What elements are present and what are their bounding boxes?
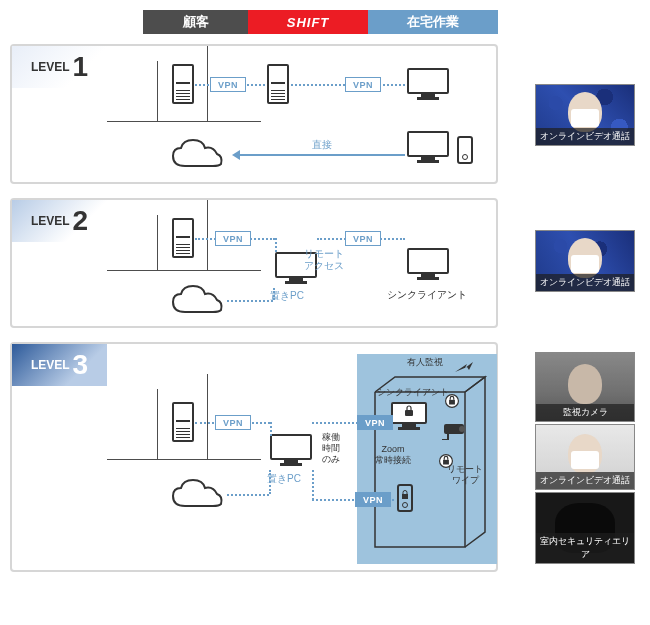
thumb-caption: オンラインビデオ通話: [536, 274, 634, 291]
cloud-icon: [167, 282, 227, 318]
phone-icon: [457, 136, 473, 164]
label-okipc: 置きPC: [270, 289, 304, 303]
level3-badge: LEVEL 3: [12, 344, 107, 386]
panel-level1: LEVEL 1 VPN VPN 直接: [10, 44, 498, 184]
thumb-surv-cam: 監視カメラ: [535, 352, 635, 422]
level-number: 1: [73, 51, 89, 83]
vpn-pill: VPN: [210, 77, 246, 92]
level-number: 2: [73, 205, 89, 237]
vpn-pill: VPN: [345, 77, 381, 92]
thumb-online-video: オンラインビデオ通話: [535, 84, 635, 146]
arrow-direct: [235, 154, 405, 156]
camera-icon: [442, 422, 472, 440]
label-working-hours: 稼働 時間 のみ: [322, 432, 340, 464]
monitor-icon: [407, 68, 449, 102]
divider: [207, 374, 208, 459]
divider: [157, 61, 158, 121]
ground-line: [107, 121, 261, 122]
svg-rect-7: [402, 494, 408, 499]
connector: [269, 470, 271, 494]
vpn-pill: VPN: [355, 492, 391, 507]
label-manned: 有人監視: [407, 356, 443, 369]
server-icon: [172, 64, 194, 104]
thumb-caption: オンラインビデオ通話: [536, 128, 634, 145]
vpn-pill: VPN: [215, 415, 251, 430]
panel-level2: LEVEL 2 VPN 置きPC VPN リモート アクセス シンクライアント: [10, 198, 498, 328]
arrow-icon: [455, 362, 473, 376]
level3-content: VPN 置きPC VPN 稼働 時間 のみ 有人監視 シンクライアント Zoom…: [107, 344, 496, 570]
lock-icon: [400, 489, 410, 499]
vpn-pill: VPN: [357, 415, 393, 430]
phone-lock-icon: [397, 484, 413, 512]
thumb-caption: 室内セキュリティエリア: [536, 533, 634, 563]
panel-level3: LEVEL 3 VPN 置きPC VPN 稼働 時間 のみ 有人監視 シンクライ…: [10, 342, 498, 572]
thumb-online-video: オンラインビデオ通話: [535, 424, 635, 490]
monitor-icon: [407, 131, 449, 165]
vpn-pill: VPN: [345, 231, 381, 246]
column-headers: 顧客 SHIFT 在宅作業: [143, 10, 498, 34]
monitor-lock-icon: [391, 402, 427, 432]
level2-badge: LEVEL 2: [12, 200, 107, 242]
svg-rect-2: [449, 400, 455, 405]
ground-line: [107, 270, 261, 271]
level-prefix: LEVEL: [31, 358, 70, 372]
label-direct: 直接: [312, 138, 332, 152]
connector: [312, 470, 314, 500]
level1-badge: LEVEL 1: [12, 46, 107, 88]
thumb-caption: 監視カメラ: [536, 404, 634, 421]
connector: [273, 288, 275, 300]
thumb-level1: オンラインビデオ通話: [535, 84, 635, 146]
svg-rect-0: [405, 410, 413, 416]
svg-point-4: [459, 426, 465, 432]
cloud-icon: [167, 476, 227, 512]
server-icon: [172, 218, 194, 258]
header-home: 在宅作業: [368, 10, 498, 34]
vpn-pill: VPN: [215, 231, 251, 246]
ground-line: [107, 459, 261, 460]
label-okipc: 置きPC: [267, 472, 301, 486]
thumb-caption: オンラインビデオ通話: [536, 472, 634, 489]
cloud-icon: [167, 136, 227, 172]
server-icon: [172, 402, 194, 442]
thumbs-level3: 監視カメラ オンラインビデオ通話 室内セキュリティエリア: [535, 352, 635, 564]
divider: [157, 215, 158, 270]
level-prefix: LEVEL: [31, 214, 70, 228]
level-prefix: LEVEL: [31, 60, 70, 74]
lock-icon: [403, 405, 415, 417]
level-number: 3: [73, 349, 89, 381]
divider: [207, 200, 208, 270]
thumb-level2: オンラインビデオ通話: [535, 230, 635, 292]
level2-content: VPN 置きPC VPN リモート アクセス シンクライアント: [107, 200, 496, 326]
server-icon: [267, 64, 289, 104]
lock-icon: [445, 394, 459, 408]
header-shift: SHIFT: [248, 10, 368, 34]
connector: [227, 494, 269, 496]
connector: [270, 422, 272, 436]
label-remote-access: リモート アクセス: [304, 248, 344, 272]
thumb-online-video: オンラインビデオ通話: [535, 230, 635, 292]
monitor-icon: [270, 434, 312, 468]
thumb-sec-area: 室内セキュリティエリア: [535, 492, 635, 564]
header-customer: 顧客: [143, 10, 248, 34]
monitor-icon: [407, 248, 449, 282]
connector: [227, 300, 273, 302]
level1-content: VPN VPN 直接: [107, 46, 496, 182]
label-remote-wipe: リモート ワイプ: [447, 464, 483, 486]
label-zoom: Zoom 常時接続: [375, 444, 411, 466]
divider: [157, 389, 158, 459]
label-thin-client: シンクライアント: [387, 288, 467, 302]
label-thin-client: シンクライアント: [377, 386, 449, 399]
